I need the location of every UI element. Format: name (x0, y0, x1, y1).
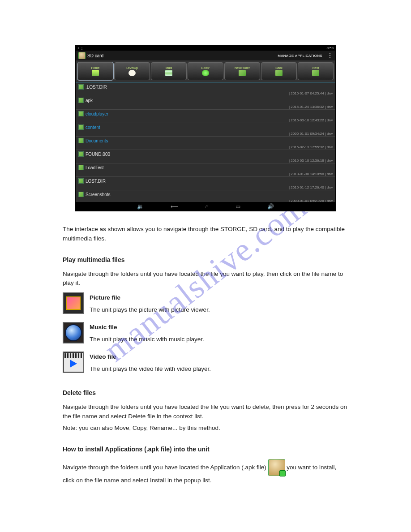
title-bar: SD card MANAGE APPLICATIONS ⋮ (76, 51, 335, 60)
folder-icon (78, 192, 84, 197)
file-row[interactable]: LOST.DIR| 2015-01-12 17:26:40 | drw (76, 176, 335, 190)
tool-levelup[interactable]: LevelUp (114, 62, 150, 80)
row-video: Video file The unit plays the video file… (63, 352, 348, 377)
tool-back[interactable]: Back (261, 62, 297, 80)
status-left: ↓ ⋮ (77, 46, 84, 50)
heading-delete: Delete files (63, 388, 348, 398)
file-row[interactable]: LoadTest| 2013-01-30 14:18:58 | drw (76, 163, 335, 176)
para: Navigate through the folders until you h… (63, 403, 348, 421)
picture-icon (63, 292, 84, 314)
tool-newfolder[interactable]: NewFolder (224, 62, 260, 80)
file-row[interactable]: .LOST.DIR| 2015-01-07 04:25:44 | drw (76, 82, 335, 96)
file-row[interactable]: Screenshots| 2000-01-01 09:21:28 | drw (76, 190, 335, 203)
status-bar: ↓ ⋮ 8:59 (76, 45, 335, 51)
back-icon[interactable]: ⟵ (171, 203, 178, 210)
tool-editor[interactable]: Editor (188, 62, 223, 80)
tool-home[interactable]: Home (77, 62, 113, 80)
tool-multi[interactable]: Multi (151, 62, 187, 80)
vol-down-icon[interactable]: 🔉 (137, 203, 144, 210)
video-icon (63, 352, 84, 373)
heading-install: How to install Applications (.apk file) … (63, 445, 348, 455)
label: Video file (90, 352, 211, 362)
file-row[interactable]: content| 2000-01-01 09:34:24 | drw (76, 123, 335, 136)
row-picture: Picture file The unit plays the picture … (63, 292, 348, 317)
desc: The unit plays the video file with video… (90, 365, 211, 374)
android-apk-icon (268, 459, 285, 476)
desc: The unit plays the music with music play… (90, 335, 204, 344)
nav-bar: 🔉 ⟵ ⌂ ▭ 🔊 (76, 202, 335, 211)
status-clock: 8:59 (326, 46, 334, 50)
para: Navigate through the folders until you h… (63, 459, 348, 485)
folder-icon (78, 165, 84, 170)
folder-icon (78, 178, 84, 184)
file-row[interactable]: apk| 2015-01-24 13:36:32 | drw (76, 96, 335, 109)
folder-icon (78, 111, 84, 116)
home-icon[interactable]: ⌂ (205, 203, 208, 210)
desc: The unit plays the picture with picture … (90, 305, 210, 315)
folder-icon (78, 151, 84, 157)
para: Navigate through the folders until you h… (63, 270, 348, 288)
android-screenshot: ↓ ⋮ 8:59 SD card MANAGE APPLICATIONS ⋮ H… (75, 45, 336, 211)
manage-apps-link[interactable]: MANAGE APPLICATIONS (278, 54, 322, 58)
app-icon (78, 52, 86, 59)
row-music: Music file The unit plays the music with… (63, 322, 348, 347)
file-list: .LOST.DIR| 2015-01-07 04:25:44 | drw apk… (76, 82, 335, 211)
toolbar: Home LevelUp Multi Editor NewFolder Back… (76, 60, 335, 82)
tool-next[interactable]: Next (298, 62, 334, 80)
para: The interface as shown allows you to nav… (63, 225, 348, 244)
folder-icon (78, 124, 84, 130)
folder-icon (78, 98, 84, 103)
heading-play: Play multimedia files (63, 255, 348, 265)
document-body: The interface as shown allows you to nav… (63, 225, 348, 485)
label: Picture file (90, 293, 210, 303)
folder-icon (78, 84, 84, 90)
recents-icon[interactable]: ▭ (235, 203, 240, 210)
vol-up-icon[interactable]: 🔊 (267, 203, 274, 210)
folder-icon (78, 138, 84, 143)
para: Note: you can also Move, Copy, Rename...… (63, 424, 348, 433)
file-row[interactable]: Documents| 2015-02-13 17:55:32 | drw (76, 136, 335, 150)
music-icon (63, 322, 84, 343)
file-row[interactable]: FOUND.000| 2015-03-18 12:36:18 | drw (76, 150, 335, 163)
label: Music file (90, 323, 204, 332)
app-title: SD card (87, 53, 103, 58)
file-row[interactable]: cloudplayer| 2015-03-18 12:43:22 | drw (76, 109, 335, 123)
